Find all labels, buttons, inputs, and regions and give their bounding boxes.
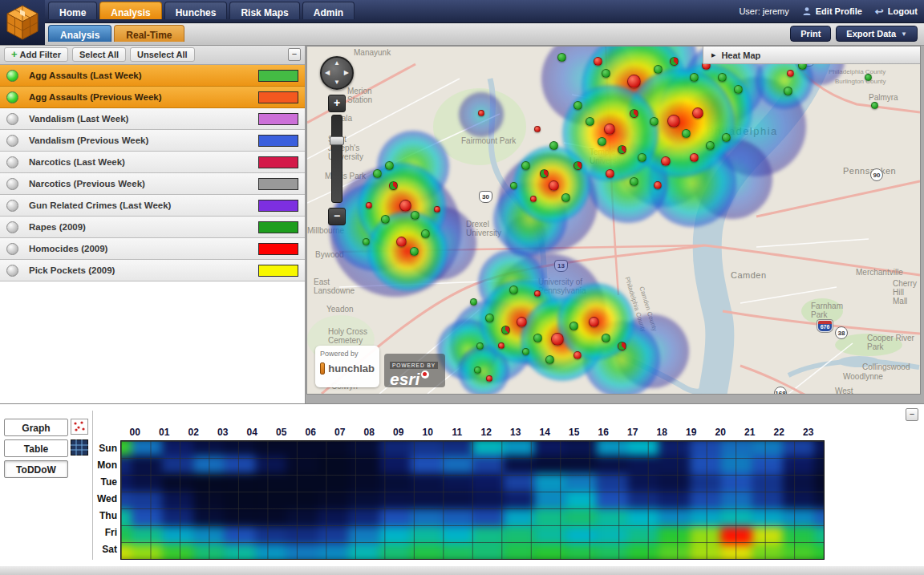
crime-marker[interactable]: [381, 215, 390, 224]
crime-marker[interactable]: [434, 206, 440, 213]
filter-led[interactable]: [6, 135, 18, 147]
filter-led[interactable]: [6, 221, 18, 233]
crime-marker[interactable]: [510, 182, 517, 189]
crime-marker[interactable]: [630, 109, 638, 118]
crime-marker[interactable]: [690, 73, 699, 82]
filter-led[interactable]: [6, 91, 18, 103]
zoom-slider-handle[interactable]: [330, 136, 344, 145]
subnav-tab-real-time[interactable]: Real-Time: [114, 25, 184, 42]
crime-marker[interactable]: [521, 161, 530, 170]
crime-marker[interactable]: [650, 117, 659, 126]
crime-marker[interactable]: [517, 317, 527, 327]
crime-marker[interactable]: [557, 53, 566, 62]
crime-marker[interactable]: [534, 290, 541, 297]
filter-row[interactable]: Agg Assaults (Previous Week): [0, 87, 305, 108]
bottom-tab-toddow[interactable]: ToDDoW: [4, 460, 68, 478]
crime-marker[interactable]: [569, 322, 578, 330]
crime-marker[interactable]: [549, 180, 559, 191]
filter-row[interactable]: Vandalism (Previous Week): [0, 130, 305, 152]
crime-marker[interactable]: [470, 298, 477, 306]
crime-marker[interactable]: [690, 153, 699, 162]
unselect-all-button[interactable]: Unselect All: [130, 47, 195, 62]
filter-row[interactable]: Narcotics (Last Week): [0, 152, 305, 173]
crime-marker[interactable]: [396, 237, 407, 247]
crime-marker[interactable]: [534, 126, 541, 132]
print-button[interactable]: Print: [790, 26, 831, 42]
crime-marker[interactable]: [545, 355, 554, 364]
edit-profile-button[interactable]: Edit Profile: [802, 6, 862, 16]
crime-marker[interactable]: [561, 193, 570, 202]
pan-down-icon[interactable]: ▼: [334, 79, 340, 86]
crime-marker[interactable]: [540, 169, 549, 178]
crime-marker[interactable]: [618, 145, 626, 154]
pan-up-icon[interactable]: ▲: [334, 60, 340, 67]
bottom-tab-table[interactable]: Table: [4, 439, 68, 457]
crime-marker[interactable]: [692, 107, 703, 119]
nav-tab-analysis[interactable]: Analysis: [99, 2, 161, 19]
crime-marker[interactable]: [618, 342, 626, 350]
crime-marker[interactable]: [533, 334, 542, 342]
graph-preview-icon[interactable]: [71, 419, 88, 435]
crime-marker[interactable]: [722, 133, 731, 142]
filter-row[interactable]: Gun Related Crimes (Last Week): [0, 195, 305, 217]
filter-led[interactable]: [6, 243, 18, 255]
crime-marker[interactable]: [501, 326, 510, 334]
crime-marker[interactable]: [682, 129, 691, 138]
crime-marker[interactable]: [474, 366, 481, 374]
crime-marker[interactable]: [630, 177, 638, 186]
crime-marker[interactable]: [787, 70, 794, 77]
crime-marker[interactable]: [871, 102, 878, 109]
crime-marker[interactable]: [602, 334, 610, 342]
crime-marker[interactable]: [498, 342, 505, 349]
filter-led[interactable]: [6, 178, 18, 190]
crime-marker[interactable]: [366, 202, 372, 209]
zoom-in-button[interactable]: +: [328, 95, 346, 112]
crime-marker[interactable]: [476, 342, 484, 350]
crime-marker[interactable]: [573, 161, 582, 170]
zoom-slider[interactable]: [331, 115, 342, 203]
crime-marker[interactable]: [410, 247, 419, 256]
crime-marker[interactable]: [485, 314, 494, 322]
crime-marker[interactable]: [573, 351, 582, 359]
crime-marker[interactable]: [551, 333, 564, 346]
crime-marker[interactable]: [661, 156, 671, 166]
crime-marker[interactable]: [478, 110, 484, 116]
pan-right-icon[interactable]: ▶: [344, 70, 349, 76]
add-filter-button[interactable]: + Add Filter: [4, 47, 68, 62]
filter-led[interactable]: [6, 200, 18, 212]
nav-tab-home[interactable]: Home: [48, 2, 97, 19]
filter-led[interactable]: [6, 113, 18, 125]
select-all-button[interactable]: Select All: [72, 47, 126, 62]
crime-marker[interactable]: [667, 115, 680, 128]
crime-marker[interactable]: [411, 211, 419, 220]
crime-marker[interactable]: [399, 200, 411, 212]
crime-marker[interactable]: [385, 161, 394, 170]
crime-marker[interactable]: [486, 375, 492, 382]
crime-marker[interactable]: [522, 348, 529, 355]
crime-marker[interactable]: [627, 75, 641, 88]
filter-row[interactable]: Pick Pockets (2009): [0, 260, 305, 281]
filter-led[interactable]: [6, 70, 18, 82]
nav-tab-admin[interactable]: Admin: [302, 2, 355, 19]
subnav-tab-analysis[interactable]: Analysis: [48, 25, 111, 42]
crime-marker[interactable]: [638, 153, 646, 162]
pan-control[interactable]: ▲ ▼ ◀ ▶: [320, 56, 354, 90]
crime-marker[interactable]: [421, 229, 430, 238]
filter-led[interactable]: [6, 156, 18, 168]
filter-led[interactable]: [6, 265, 18, 277]
crime-marker[interactable]: [549, 141, 558, 150]
collapse-bottom-panel-button[interactable]: −: [906, 408, 918, 421]
crime-marker[interactable]: [509, 285, 518, 294]
zoom-out-button[interactable]: −: [328, 208, 346, 225]
nav-tab-hunches[interactable]: Hunches: [164, 2, 228, 19]
export-data-button[interactable]: Export Data ▼: [836, 26, 918, 42]
crime-marker[interactable]: [654, 65, 663, 74]
crime-marker[interactable]: [602, 69, 610, 78]
filter-row[interactable]: Vandalism (Last Week): [0, 108, 305, 130]
pan-left-icon[interactable]: ◀: [325, 70, 330, 76]
collapse-filter-panel-button[interactable]: −: [288, 48, 301, 61]
heat-map-layer-header[interactable]: ▶ Heat Map: [703, 47, 920, 64]
filter-row[interactable]: Rapes (2009): [0, 217, 305, 238]
crime-marker[interactable]: [654, 181, 662, 189]
map-canvas[interactable]: ManayunkMerion StationBalaSaint Joseph's…: [306, 46, 921, 395]
